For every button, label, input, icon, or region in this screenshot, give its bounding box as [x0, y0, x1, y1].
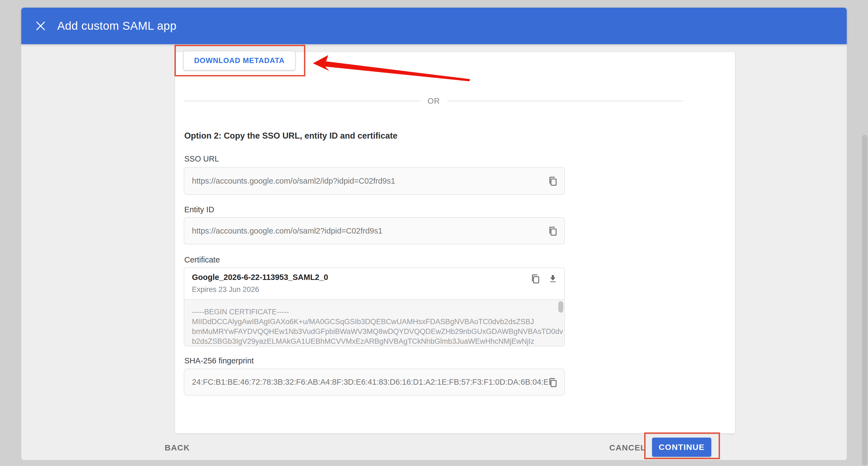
copy-icon [548, 377, 558, 387]
dialog-title: Add custom SAML app [57, 8, 177, 44]
sha256-field[interactable]: 24:FC:B1:BE:46:72:78:3B:32:F6:AB:A4:8F:3… [184, 369, 565, 396]
entity-id-copy-button[interactable] [548, 226, 558, 236]
close-button[interactable] [31, 8, 50, 44]
page-scrollbar-thumb[interactable] [862, 135, 867, 465]
certificate-name: Google_2026-6-22-113953_SAML2_0 [192, 273, 328, 282]
copy-icon [548, 226, 558, 236]
entity-id-field[interactable]: https://accounts.google.com/o/saml2?idpi… [184, 217, 565, 244]
or-label: OR [428, 96, 440, 106]
download-icon [548, 273, 558, 284]
certificate-label: Certificate [184, 255, 220, 264]
dialog-header: Add custom SAML app [21, 8, 847, 44]
divider-line-left [184, 101, 421, 101]
sha256-value: 24:FC:B1:BE:46:72:78:3B:32:F6:AB:A4:8F:3… [192, 378, 548, 387]
sha256-copy-button[interactable] [548, 377, 558, 387]
divider-line-right [447, 101, 683, 101]
certificate-pem-block[interactable]: -----BEGIN CERTIFICATE----- MIIDdDCCAlyg… [184, 299, 564, 347]
certificate-scrollbar-thumb[interactable] [558, 301, 563, 313]
cancel-button[interactable]: CANCEL [609, 443, 646, 453]
sso-url-copy-button[interactable] [548, 176, 558, 186]
download-metadata-button[interactable]: DOWNLOAD METADATA [183, 51, 296, 70]
certificate-header: Google_2026-6-22-113953_SAML2_0 Expires … [184, 268, 564, 299]
option2-heading: Option 2: Copy the SSO URL, entity ID an… [184, 131, 398, 141]
copy-icon [548, 176, 558, 186]
sso-url-field[interactable]: https://accounts.google.com/o/saml2/idp?… [184, 167, 565, 195]
certificate-copy-button[interactable] [530, 273, 541, 284]
sso-url-value: https://accounts.google.com/o/saml2/idp?… [192, 177, 548, 185]
or-divider: OR [184, 93, 683, 109]
pem-line: -----BEGIN CERTIFICATE----- [192, 307, 548, 317]
sha256-label: SHA-256 fingerprint [184, 356, 254, 365]
entity-id-value: https://accounts.google.com/o/saml2?idpi… [192, 227, 548, 235]
pem-line: b2dsZSBGb3IgV29yazELMAkGA1UEBhMCVVMxEzAR… [192, 337, 548, 346]
close-icon [35, 21, 46, 31]
pem-line: MIIDdDCCAlygAwIBAgIGAXo6K+u/MA0GCSqGSIb3… [192, 317, 548, 327]
certificate-download-button[interactable] [548, 273, 558, 284]
pem-line: bmMuMRYwFAYDVQQHEw1Nb3VudGFpbiBWaWV3MQ8w… [192, 327, 548, 337]
page: { "colors": { "header_blue": "#3a6cd6", … [0, 0, 868, 466]
sso-url-label: SSO URL [184, 154, 219, 164]
continue-button[interactable]: CONTINUE [652, 438, 711, 457]
certificate-expiry: Expires 23 Jun 2026 [192, 285, 259, 294]
back-button[interactable]: BACK [165, 443, 190, 453]
entity-id-label: Entity ID [184, 205, 214, 214]
copy-icon [530, 273, 541, 284]
certificate-card: Google_2026-6-22-113953_SAML2_0 Expires … [184, 267, 565, 347]
